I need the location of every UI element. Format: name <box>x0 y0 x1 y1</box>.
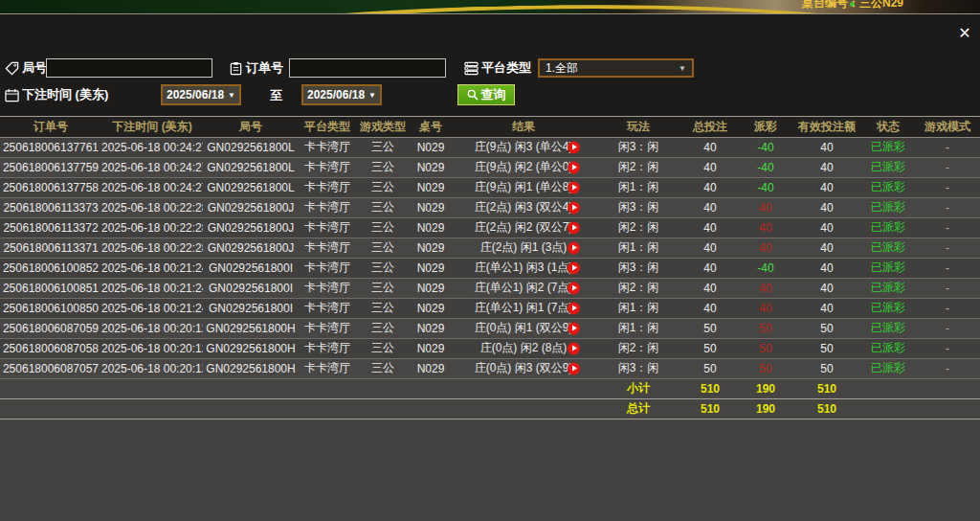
cell-payout: 40 <box>739 238 792 258</box>
cell-result: 庄(单公1) 闲3 (1点) <box>452 258 595 278</box>
cell-order: 250618006137758 <box>0 177 101 197</box>
chevron-down-icon: ▼ <box>368 91 376 100</box>
cell-result: 庄(单公1) 闲2 (7点) <box>452 278 595 298</box>
table-header-row: 订单号下注时间 (美东)局号平台类型游戏类型桌号结果玩法总投注派彩有效投注额状态… <box>0 117 980 137</box>
play-video-icon[interactable] <box>568 302 580 314</box>
cell-table: N029 <box>410 197 452 217</box>
cell-result: 庄(2点) 闲1 (3点) <box>452 238 595 258</box>
play-video-icon[interactable] <box>568 221 580 234</box>
cell-mode: - <box>915 338 980 358</box>
cell-bet: 40 <box>681 157 739 177</box>
column-header-0: 订单号 <box>0 117 101 137</box>
cell-play: 闲3：闲 <box>595 197 681 217</box>
column-header-8: 总投注 <box>681 117 739 137</box>
cell-game: 三公 <box>356 197 410 217</box>
play-video-icon[interactable] <box>568 322 580 334</box>
cell-bet: 50 <box>681 358 739 378</box>
cell-result: 庄(单公1) 闲1 (7点) <box>452 298 595 318</box>
platform-select[interactable]: 1.全部 ▼ <box>538 58 694 78</box>
cell-status: 已派彩 <box>861 157 915 177</box>
date-to-picker[interactable]: 2025/06/18 ▼ <box>301 84 382 105</box>
cell-bet: 40 <box>681 137 739 157</box>
round-field-group: 局号 <box>4 57 47 79</box>
bet-time-field-group: 下注时间 (美东) <box>4 84 108 105</box>
cell-time: 2025-06-18 00:22:28 <box>101 197 203 217</box>
calendar-icon <box>4 87 19 102</box>
cell-order: 250618006113373 <box>0 197 101 217</box>
cell-platform: 卡卡湾厅 <box>299 217 356 238</box>
result-text: 庄(0点) 闲3 (双公9) <box>475 361 573 374</box>
total-row: 总计510190510 <box>0 398 980 419</box>
platform-stack-icon <box>463 60 479 76</box>
cell-table: N029 <box>410 157 452 177</box>
total-mode-spacer <box>915 398 980 419</box>
cell-payout: 40 <box>739 278 792 298</box>
cell-valid: 40 <box>792 217 861 238</box>
cell-table: N029 <box>410 177 452 197</box>
order-label: 订单号 <box>246 59 283 77</box>
cell-order: 250618006113372 <box>0 217 101 238</box>
table-row: 2506180060870572025-06-18 00:20:12GN0292… <box>0 358 980 378</box>
cell-play: 闲1：闲 <box>595 238 681 258</box>
round-input[interactable] <box>46 58 212 78</box>
play-video-icon[interactable] <box>568 201 580 214</box>
to-label: 至 <box>270 87 282 104</box>
result-text: 庄(9点) 闲1 (单公8) <box>475 180 573 193</box>
cell-round: GN0292561800L <box>203 157 299 177</box>
cell-order: 250618006113371 <box>0 238 101 258</box>
cell-game: 三公 <box>356 157 410 177</box>
play-video-icon[interactable] <box>568 181 580 193</box>
column-header-4: 游戏类型 <box>356 117 410 137</box>
play-video-icon[interactable] <box>568 261 580 274</box>
play-video-icon[interactable] <box>568 282 580 294</box>
cell-time: 2025-06-18 00:22:28 <box>101 238 203 258</box>
cell-table: N029 <box>410 278 452 298</box>
cell-bet: 40 <box>681 238 739 258</box>
play-video-icon[interactable] <box>568 161 580 173</box>
order-input[interactable] <box>289 58 446 78</box>
cell-mode: - <box>915 197 980 217</box>
total-spacer <box>0 398 595 419</box>
cell-mode: - <box>915 217 980 238</box>
cell-game: 三公 <box>356 278 410 298</box>
bet-records-table: 订单号下注时间 (美东)局号平台类型游戏类型桌号结果玩法总投注派彩有效投注额状态… <box>0 117 980 419</box>
platform-field-group: 平台类型 <box>463 57 531 79</box>
total-valid: 510 <box>792 398 861 419</box>
cell-payout: 50 <box>739 338 792 358</box>
cell-table: N029 <box>410 258 452 278</box>
cell-play: 闲3：闲 <box>595 258 681 278</box>
column-header-3: 平台类型 <box>299 117 356 137</box>
cell-round: GN0292561800J <box>203 197 299 217</box>
play-video-icon[interactable] <box>568 241 580 254</box>
cell-game: 三公 <box>356 137 410 157</box>
cell-result: 庄(0点) 闲1 (双公9) <box>452 318 595 338</box>
platform-label: 平台类型 <box>481 59 531 77</box>
cell-mode: - <box>915 238 980 258</box>
cell-round: GN0292561800J <box>203 217 299 238</box>
cell-time: 2025-06-18 00:24:27 <box>101 137 203 157</box>
subtotal-status-spacer <box>861 378 915 398</box>
play-video-icon[interactable] <box>568 342 580 354</box>
cell-result: 庄(0点) 闲2 (8点) <box>452 338 595 358</box>
chevron-down-icon: ▼ <box>228 91 235 100</box>
close-icon[interactable]: ✕ <box>955 24 974 43</box>
date-from-picker[interactable]: 2025/06/18 ▼ <box>161 84 241 105</box>
cell-order: 250618006100850 <box>0 298 101 318</box>
cell-time: 2025-06-18 00:20:12 <box>101 318 203 338</box>
column-header-1: 下注时间 (美东) <box>101 117 203 137</box>
result-text: 庄(0点) 闲1 (双公9) <box>475 321 573 334</box>
cell-payout: -40 <box>739 137 792 157</box>
cell-play: 闲2：闲 <box>595 338 681 358</box>
cell-time: 2025-06-18 00:22:28 <box>101 217 203 238</box>
table-body: 2506180061377612025-06-18 00:24:27GN0292… <box>0 137 980 419</box>
platform-select-value: 1.全部 <box>546 60 578 77</box>
cell-valid: 50 <box>792 358 861 378</box>
cell-game: 三公 <box>356 238 410 258</box>
result-text: 庄(单公1) 闲1 (7点) <box>475 301 573 314</box>
play-video-icon[interactable] <box>568 362 580 374</box>
result-text: 庄(单公1) 闲3 (1点) <box>475 260 573 274</box>
play-video-icon[interactable] <box>568 141 580 153</box>
cell-platform: 卡卡湾厅 <box>299 358 356 378</box>
cell-round: GN0292561800H <box>203 358 299 378</box>
query-button[interactable]: 查询 <box>457 84 515 105</box>
